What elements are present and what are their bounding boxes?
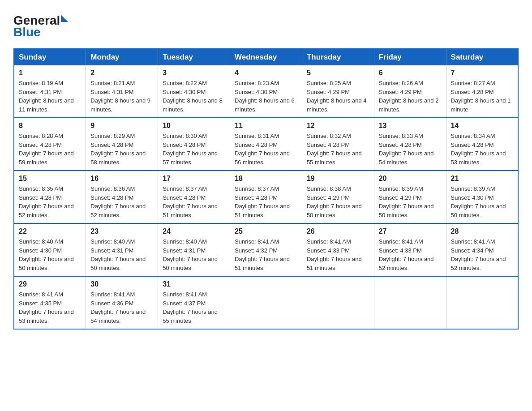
day-info: Sunrise: 8:37 AM Sunset: 4:28 PM Dayligh… [235, 184, 297, 219]
calendar-cell [446, 276, 518, 329]
calendar-header-friday: Friday [374, 49, 446, 65]
day-info: Sunrise: 8:23 AM Sunset: 4:30 PM Dayligh… [235, 79, 297, 114]
calendar-week-row: 1 Sunrise: 8:19 AM Sunset: 4:31 PM Dayli… [14, 65, 518, 118]
logo-triangle-icon [61, 15, 68, 22]
day-info: Sunrise: 8:28 AM Sunset: 4:28 PM Dayligh… [19, 132, 81, 167]
calendar-cell: 17 Sunrise: 8:37 AM Sunset: 4:28 PM Dayl… [158, 171, 230, 223]
calendar-cell: 5 Sunrise: 8:25 AM Sunset: 4:29 PM Dayli… [302, 65, 374, 118]
calendar-cell: 7 Sunrise: 8:27 AM Sunset: 4:28 PM Dayli… [446, 65, 518, 118]
day-info: Sunrise: 8:31 AM Sunset: 4:28 PM Dayligh… [235, 132, 297, 167]
day-number: 11 [235, 122, 297, 130]
calendar-cell: 19 Sunrise: 8:38 AM Sunset: 4:29 PM Dayl… [302, 171, 374, 223]
day-info: Sunrise: 8:30 AM Sunset: 4:28 PM Dayligh… [163, 132, 225, 167]
day-number: 4 [235, 69, 297, 77]
calendar-cell [230, 276, 302, 329]
calendar-cell [374, 276, 446, 329]
day-info: Sunrise: 8:37 AM Sunset: 4:28 PM Dayligh… [163, 184, 225, 219]
calendar-cell [302, 276, 374, 329]
day-number: 26 [307, 227, 369, 235]
day-number: 15 [19, 175, 81, 183]
day-info: Sunrise: 8:40 AM Sunset: 4:31 PM Dayligh… [90, 237, 153, 272]
calendar-cell: 15 Sunrise: 8:35 AM Sunset: 4:28 PM Dayl… [14, 171, 86, 223]
day-number: 18 [235, 175, 297, 183]
calendar-cell: 11 Sunrise: 8:31 AM Sunset: 4:28 PM Dayl… [230, 118, 302, 171]
calendar-cell: 28 Sunrise: 8:41 AM Sunset: 4:34 PM Dayl… [446, 223, 518, 276]
logo: General Blue [13, 13, 68, 39]
calendar-cell: 23 Sunrise: 8:40 AM Sunset: 4:31 PM Dayl… [86, 223, 158, 276]
calendar-cell: 9 Sunrise: 8:29 AM Sunset: 4:28 PM Dayli… [86, 118, 158, 171]
day-number: 5 [307, 69, 369, 77]
calendar-cell: 26 Sunrise: 8:41 AM Sunset: 4:33 PM Dayl… [302, 223, 374, 276]
calendar-cell: 1 Sunrise: 8:19 AM Sunset: 4:31 PM Dayli… [14, 65, 86, 118]
day-info: Sunrise: 8:41 AM Sunset: 4:37 PM Dayligh… [163, 290, 225, 325]
calendar-header-tuesday: Tuesday [158, 49, 230, 65]
day-number: 24 [163, 227, 225, 235]
calendar-cell: 3 Sunrise: 8:22 AM Sunset: 4:30 PM Dayli… [158, 65, 230, 118]
day-number: 6 [379, 69, 442, 77]
calendar-cell: 2 Sunrise: 8:21 AM Sunset: 4:31 PM Dayli… [86, 65, 158, 118]
calendar-cell: 6 Sunrise: 8:26 AM Sunset: 4:29 PM Dayli… [374, 65, 446, 118]
calendar-week-row: 8 Sunrise: 8:28 AM Sunset: 4:28 PM Dayli… [14, 118, 518, 171]
calendar-cell: 27 Sunrise: 8:41 AM Sunset: 4:33 PM Dayl… [374, 223, 446, 276]
day-info: Sunrise: 8:41 AM Sunset: 4:34 PM Dayligh… [451, 237, 513, 272]
day-number: 8 [19, 122, 81, 130]
day-number: 13 [379, 122, 442, 130]
calendar-header-saturday: Saturday [446, 49, 518, 65]
day-number: 23 [90, 227, 153, 235]
calendar-cell: 21 Sunrise: 8:39 AM Sunset: 4:30 PM Dayl… [446, 171, 518, 223]
calendar-cell: 31 Sunrise: 8:41 AM Sunset: 4:37 PM Dayl… [158, 276, 230, 329]
day-number: 12 [307, 122, 369, 130]
calendar-week-row: 29 Sunrise: 8:41 AM Sunset: 4:35 PM Dayl… [14, 276, 518, 329]
day-info: Sunrise: 8:40 AM Sunset: 4:30 PM Dayligh… [19, 237, 81, 272]
day-number: 3 [163, 69, 225, 77]
day-info: Sunrise: 8:21 AM Sunset: 4:31 PM Dayligh… [90, 79, 153, 114]
day-info: Sunrise: 8:27 AM Sunset: 4:28 PM Dayligh… [451, 79, 513, 114]
day-number: 1 [19, 69, 81, 77]
day-number: 27 [379, 227, 442, 235]
calendar-cell: 22 Sunrise: 8:40 AM Sunset: 4:30 PM Dayl… [14, 223, 86, 276]
day-number: 19 [307, 175, 369, 183]
day-number: 16 [90, 175, 153, 183]
calendar-header-wednesday: Wednesday [230, 49, 302, 65]
calendar-table: SundayMondayTuesdayWednesdayThursdayFrid… [13, 48, 519, 330]
day-info: Sunrise: 8:29 AM Sunset: 4:28 PM Dayligh… [90, 132, 153, 167]
day-number: 21 [451, 175, 513, 183]
calendar-cell: 30 Sunrise: 8:41 AM Sunset: 4:36 PM Dayl… [86, 276, 158, 329]
day-number: 20 [379, 175, 442, 183]
calendar-cell: 29 Sunrise: 8:41 AM Sunset: 4:35 PM Dayl… [14, 276, 86, 329]
day-number: 7 [451, 69, 513, 77]
day-number: 31 [163, 280, 225, 288]
calendar-cell: 4 Sunrise: 8:23 AM Sunset: 4:30 PM Dayli… [230, 65, 302, 118]
calendar-cell: 8 Sunrise: 8:28 AM Sunset: 4:28 PM Dayli… [14, 118, 86, 171]
day-info: Sunrise: 8:35 AM Sunset: 4:28 PM Dayligh… [19, 184, 81, 219]
day-info: Sunrise: 8:41 AM Sunset: 4:35 PM Dayligh… [19, 290, 81, 325]
day-info: Sunrise: 8:41 AM Sunset: 4:36 PM Dayligh… [90, 290, 153, 325]
day-number: 22 [19, 227, 81, 235]
calendar-cell: 20 Sunrise: 8:39 AM Sunset: 4:29 PM Dayl… [374, 171, 446, 223]
calendar-cell: 24 Sunrise: 8:40 AM Sunset: 4:31 PM Dayl… [158, 223, 230, 276]
calendar-header-thursday: Thursday [302, 49, 374, 65]
day-number: 14 [451, 122, 513, 130]
calendar-cell: 10 Sunrise: 8:30 AM Sunset: 4:28 PM Dayl… [158, 118, 230, 171]
calendar-cell: 18 Sunrise: 8:37 AM Sunset: 4:28 PM Dayl… [230, 171, 302, 223]
day-number: 9 [90, 122, 153, 130]
day-number: 28 [451, 227, 513, 235]
day-info: Sunrise: 8:36 AM Sunset: 4:28 PM Dayligh… [90, 184, 153, 219]
day-info: Sunrise: 8:25 AM Sunset: 4:29 PM Dayligh… [307, 79, 369, 114]
day-info: Sunrise: 8:39 AM Sunset: 4:30 PM Dayligh… [451, 184, 513, 219]
calendar-header-sunday: Sunday [14, 49, 86, 65]
day-info: Sunrise: 8:38 AM Sunset: 4:29 PM Dayligh… [307, 184, 369, 219]
calendar-week-row: 15 Sunrise: 8:35 AM Sunset: 4:28 PM Dayl… [14, 171, 518, 223]
day-number: 17 [163, 175, 225, 183]
day-number: 29 [19, 280, 81, 288]
day-info: Sunrise: 8:22 AM Sunset: 4:30 PM Dayligh… [163, 79, 225, 114]
day-info: Sunrise: 8:32 AM Sunset: 4:28 PM Dayligh… [307, 132, 369, 167]
calendar-week-row: 22 Sunrise: 8:40 AM Sunset: 4:30 PM Dayl… [14, 223, 518, 276]
logo-blue-text: Blue [13, 25, 41, 39]
day-info: Sunrise: 8:26 AM Sunset: 4:29 PM Dayligh… [379, 79, 442, 114]
calendar-header-row: SundayMondayTuesdayWednesdayThursdayFrid… [14, 49, 518, 65]
calendar-cell: 25 Sunrise: 8:41 AM Sunset: 4:32 PM Dayl… [230, 223, 302, 276]
calendar-cell: 16 Sunrise: 8:36 AM Sunset: 4:28 PM Dayl… [86, 171, 158, 223]
day-info: Sunrise: 8:19 AM Sunset: 4:31 PM Dayligh… [19, 79, 81, 114]
calendar-header-monday: Monday [86, 49, 158, 65]
